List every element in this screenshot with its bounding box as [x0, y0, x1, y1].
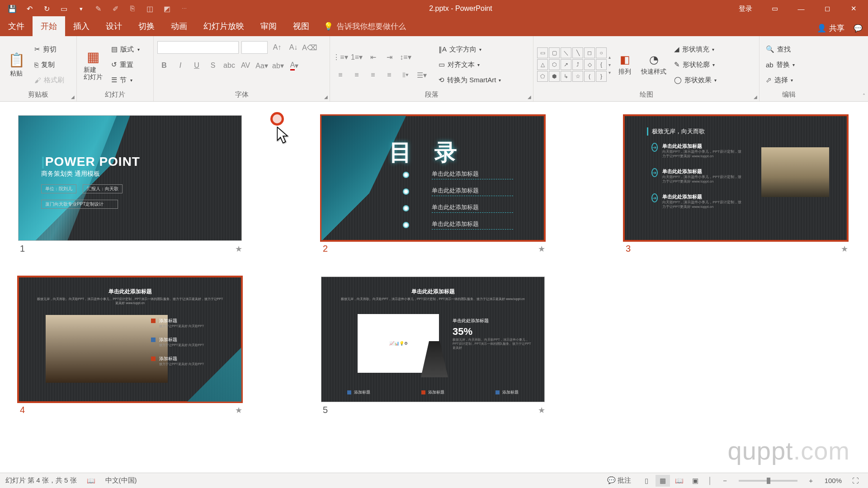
zoom-slider[interactable] [739, 480, 797, 482]
launcher-icon[interactable]: ◢ [324, 94, 328, 99]
find-button[interactable]: 🔍查找 [763, 42, 797, 56]
zoom-in-icon[interactable]: + [804, 475, 818, 487]
slideshow-view-icon[interactable]: ▣ [688, 475, 703, 487]
tab-transitions[interactable]: 切换 [130, 16, 163, 36]
line-spacing-icon[interactable]: ↕≡▾ [399, 50, 412, 64]
qat-tool3-icon[interactable]: ⎘ [125, 1, 140, 16]
undo-icon[interactable]: ↶ [22, 1, 37, 16]
copy-button[interactable]: ⎘复制 [32, 58, 67, 71]
italic-icon[interactable]: I [174, 59, 187, 72]
select-button[interactable]: ⬀选择▾ [763, 73, 797, 87]
launcher-icon[interactable]: ◢ [528, 94, 531, 99]
new-slide-button[interactable]: ▦ 新建 幻灯片 [80, 42, 106, 87]
save-icon[interactable]: 💾 [5, 1, 20, 16]
launcher-icon[interactable]: ◢ [71, 94, 75, 99]
convert-smartart-button[interactable]: ⟲转换为 SmartArt▾ [436, 73, 504, 87]
font-color-icon[interactable]: A▾ [288, 59, 301, 72]
columns-icon[interactable]: ⫴▾ [399, 68, 412, 82]
justify-icon[interactable]: ≡ [382, 68, 396, 82]
qat-tool5-icon[interactable]: ◩ [159, 1, 175, 16]
slide-thumbnail-1[interactable]: |POWER POINT 商务策划类 通用模板 单位：院刘儿 汇报人：向天歌 厦… [18, 115, 244, 254]
tab-insert[interactable]: 插入 [65, 16, 98, 36]
bold-icon[interactable]: B [157, 59, 171, 72]
decrease-indent-icon[interactable]: ⇤ [366, 50, 380, 64]
increase-font-icon[interactable]: A↑ [270, 41, 284, 54]
normal-view-icon[interactable]: ▯ [639, 475, 654, 487]
collapse-ribbon-icon[interactable]: ˄ [863, 93, 865, 99]
tab-file[interactable]: 文件 [0, 16, 33, 36]
char-spacing-icon[interactable]: AV [239, 59, 252, 72]
arrange-button[interactable]: ◧ 排列 [613, 42, 636, 87]
decrease-font-icon[interactable]: A↓ [287, 41, 300, 54]
gallery-up-icon[interactable]: ▴ [609, 55, 611, 60]
tab-slideshow[interactable]: 幻灯片放映 [195, 16, 252, 36]
numbering-icon[interactable]: 1≡▾ [350, 50, 363, 64]
tell-me-search[interactable]: 💡 告诉我你想要做什么 [317, 17, 412, 36]
spellcheck-icon[interactable]: 📖 [87, 477, 95, 485]
layout-button[interactable]: ▤版式▾ [108, 42, 142, 56]
slide-thumbnail-5[interactable]: 单击此处添加标题 极致无岸，向天而歌。向天歌PPT，演示这件小事儿，PPT设计定… [321, 277, 547, 415]
paste-button[interactable]: 📋 粘贴 [4, 42, 29, 87]
shape-fill-button[interactable]: ◢形状填充▾ [671, 42, 719, 56]
tab-animations[interactable]: 动画 [163, 16, 195, 36]
redo-icon[interactable]: ↻ [39, 1, 54, 16]
section-button[interactable]: ☰节▾ [108, 73, 142, 87]
qat-more-icon[interactable]: ⋯ [176, 1, 192, 16]
reset-button[interactable]: ↺重置 [108, 58, 142, 71]
format-painter-button[interactable]: 🖌格式刷 [32, 73, 67, 87]
quick-styles-button[interactable]: ◔ 快速样式 [639, 42, 669, 87]
underline-icon[interactable]: U [190, 59, 203, 72]
qat-tool2-icon[interactable]: ✐ [108, 1, 123, 16]
cut-button[interactable]: ✂剪切 [32, 42, 67, 56]
animation-star-icon[interactable]: ★ [841, 244, 848, 254]
align-center-icon[interactable]: ≡ [350, 68, 363, 82]
comments-button[interactable]: 💬 批注 [607, 476, 631, 485]
qat-icon[interactable]: ▾ [73, 1, 89, 16]
start-from-beginning-icon[interactable]: ▭ [56, 1, 71, 16]
ribbon-display-icon[interactable]: ▭ [762, 0, 788, 17]
zoom-level[interactable]: 100% [825, 477, 842, 484]
animation-star-icon[interactable]: ★ [538, 244, 545, 254]
align-text-button[interactable]: ▭对齐文本▾ [436, 58, 504, 71]
reading-view-icon[interactable]: 📖 [672, 475, 686, 487]
fit-to-window-icon[interactable]: ⛶ [848, 475, 863, 487]
zoom-out-icon[interactable]: − [718, 475, 732, 487]
align-right-icon[interactable]: ≡ [366, 68, 380, 82]
login-button[interactable]: 登录 [730, 0, 761, 17]
comments-pane-icon[interactable]: 💬 [854, 24, 863, 33]
strike-icon[interactable]: S [206, 59, 220, 72]
shapes-gallery[interactable]: ▭▢＼╲◻○ △⬡↗⤴◇{ ⬠⬢↳☆(} [537, 47, 607, 82]
gallery-more-icon[interactable]: ▾ [609, 70, 611, 75]
qat-tool-icon[interactable]: ✎ [90, 1, 106, 16]
animation-star-icon[interactable]: ★ [235, 244, 242, 254]
sorter-view-icon[interactable]: ▦ [656, 475, 670, 487]
slide-thumbnail-3[interactable]: 极致无岸，向天而歌 ➔单击此处添加标题向天歌PPT，演示这件小事儿，PPT设计定… [624, 115, 850, 254]
font-name-input[interactable] [157, 41, 239, 54]
highlight-icon[interactable]: ab▾ [271, 59, 285, 72]
status-language[interactable]: 中文(中国) [105, 476, 137, 485]
clear-format-icon[interactable]: A⌫ [303, 41, 316, 54]
animation-star-icon[interactable]: ★ [235, 405, 242, 415]
change-case-icon[interactable]: Aa▾ [255, 59, 269, 72]
tab-view[interactable]: 视图 [285, 16, 317, 36]
tab-home[interactable]: 开始 [33, 16, 65, 36]
tab-review[interactable]: 审阅 [252, 16, 285, 36]
launcher-icon[interactable]: ◢ [754, 94, 757, 99]
align-left-icon[interactable]: ≡ [334, 68, 347, 82]
tab-design[interactable]: 设计 [98, 16, 130, 36]
share-button[interactable]: 👤 共享 [817, 23, 844, 33]
increase-indent-icon[interactable]: ⇥ [382, 50, 396, 64]
qat-tool4-icon[interactable]: ◫ [142, 1, 157, 16]
slide-thumbnail-4[interactable]: 单击此处添加标题 极致无岸，向天而歌。向天歌PPT，演示这件小事儿，PPT设计定… [18, 277, 244, 415]
font-size-input[interactable] [241, 41, 268, 54]
bullets-icon[interactable]: ⋮≡▾ [334, 50, 347, 64]
shape-effects-button[interactable]: ◯形状效果▾ [671, 73, 719, 87]
close-icon[interactable]: ✕ [841, 0, 866, 17]
distribute-icon[interactable]: ☰▾ [415, 68, 429, 82]
slide-thumbnail-2[interactable]: 目 录 单击此处添加标题 单击此处添加标题 单击此处添加标题 单击此处添加标题 … [321, 115, 547, 254]
shape-outline-button[interactable]: ✎形状轮廓▾ [671, 58, 719, 71]
text-direction-button[interactable]: ‖A文字方向▾ [436, 42, 504, 56]
replace-button[interactable]: ab替换▾ [763, 58, 797, 71]
minimize-icon[interactable]: — [788, 0, 814, 17]
shadow-icon[interactable]: abc [222, 59, 236, 72]
